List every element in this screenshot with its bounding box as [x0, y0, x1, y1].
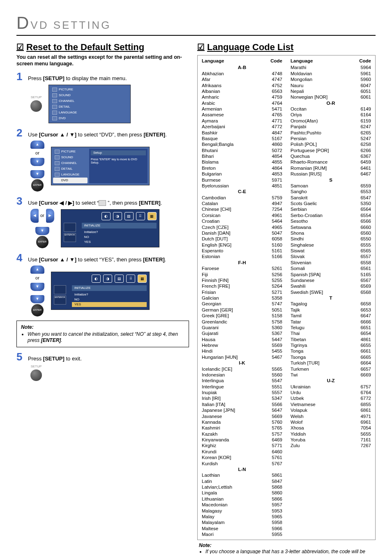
lang-name: Fiji	[202, 272, 208, 277]
lang-name: Albanian	[202, 88, 220, 94]
lang-code: 6461	[360, 165, 371, 171]
lang-code: 5958	[272, 519, 282, 525]
lang-row: Tibetan4861	[291, 337, 371, 342]
lang-name: Danish [DAN]	[202, 230, 231, 236]
lang-header-code: Code	[359, 58, 371, 64]
lang-name: Tibetan	[291, 337, 306, 342]
section-subtitle: You can reset all the settings except fo…	[16, 54, 189, 67]
osd-enterok-icon: ENTER/OK	[64, 233, 76, 242]
lang-name: Thai	[291, 330, 300, 336]
lang-section-label: S	[291, 177, 371, 183]
lang-row: Bihari4854	[202, 153, 282, 159]
page-header: DVD SETTING	[16, 12, 376, 36]
step-number: 2	[16, 127, 24, 138]
lang-code: 5072	[272, 148, 282, 153]
lang-name: Singhalese	[291, 242, 314, 248]
osd-menu-item: CHANNEL	[53, 160, 88, 166]
osd-item-label: CHANNEL	[59, 99, 74, 103]
lang-row: Indonesian5560	[202, 372, 282, 378]
lang-code: 4864	[272, 165, 282, 171]
lang-name: Yiddish	[291, 431, 306, 437]
lang-code: 6459	[360, 159, 371, 165]
lang-name: Swedish [SWE]	[291, 289, 323, 295]
lang-row: Yoruba7161	[291, 437, 371, 443]
lang-name: Ukrainian	[291, 384, 311, 390]
lang-row: Uzbek6772	[291, 395, 371, 401]
osd-initialize-yes: ◐ ◑ ▤ ⠿ ▦ ENTER/OK INITIALIZE Initialize…	[51, 272, 150, 310]
setup-label: SETUP	[31, 95, 42, 99]
lang-code: 5358	[272, 295, 282, 301]
note-item: If you choose a language that has a 3-le…	[205, 549, 374, 554]
lang-name: Oromo(Afan)	[291, 118, 318, 124]
lang-name: Javanese	[202, 413, 222, 419]
lang-name: Oriya	[291, 112, 302, 118]
lang-name: Hausa	[202, 337, 215, 342]
step-text: Use [Cursor ▲ / ▼] to select “DVD”, then…	[28, 129, 189, 138]
t: Press	[28, 355, 43, 362]
lang-code: 6657	[360, 366, 371, 372]
osd-tab-icon: ▤	[125, 212, 134, 220]
lang-row: Bislama4855	[202, 159, 282, 165]
osd-menu-item: DVD	[51, 115, 129, 121]
lang-name: Cambodian	[202, 195, 226, 201]
lang-code: 4847	[272, 130, 282, 136]
lang-name: Persian	[291, 136, 307, 141]
circle-icon	[30, 369, 42, 381]
lang-name: Sindhi	[291, 236, 304, 242]
lang-name: Nepali	[291, 88, 304, 94]
lang-name: Japanese [JPN]	[202, 407, 235, 413]
lang-code: 4965	[272, 224, 282, 230]
lang-code: 5971	[272, 177, 282, 183]
step-5-media: SETUP	[30, 365, 189, 382]
lang-code: 5771	[272, 443, 282, 448]
lang-row: Polish [POL]6258	[291, 141, 371, 147]
lang-name: Corsican	[202, 212, 220, 218]
lang-code: 4764	[272, 100, 282, 106]
step-4: 4 Use [Cursor ▲ / ▼] to select “YES”, th…	[16, 252, 189, 263]
lang-code: 5255	[272, 277, 282, 283]
lang-name: Kashmiri	[202, 425, 220, 431]
lang-code: 5167	[272, 136, 282, 141]
lang-row: Hebrew5569	[202, 342, 282, 348]
osd-item-label: SOUND	[61, 155, 73, 159]
cursor-right-icon: ▶	[46, 209, 54, 223]
lang-code: 4861	[360, 337, 371, 342]
step-number: 4	[16, 252, 24, 263]
osd-tab-icon-selected: ▦	[148, 212, 157, 220]
lang-code: 4851	[272, 183, 282, 189]
t: Use	[28, 200, 39, 206]
lang-row: Kashmiri5765	[202, 425, 282, 431]
lang-code: 6247	[360, 124, 371, 129]
lang-row: French [FRE]5264	[202, 283, 282, 289]
lang-code: 5264	[272, 283, 282, 289]
osd-item-label: SOUND	[59, 93, 71, 97]
lang-row: Oromo(Afan)6159	[291, 118, 371, 124]
lang-name: Lingala	[202, 490, 217, 496]
lang-name: Urdu	[291, 390, 301, 395]
lang-name: Guarani	[202, 325, 219, 330]
lang-row: Kirghiz5771	[202, 443, 282, 448]
lang-code: 5960	[360, 76, 371, 82]
lang-row: Italian [ITA]5566	[202, 402, 282, 407]
or-label: or	[40, 213, 44, 219]
lang-code: 6550	[360, 236, 371, 242]
lang-code: 5166	[272, 254, 282, 259]
step-number: 3	[16, 196, 24, 206]
lang-row: Spanish [SPA]5165	[291, 272, 371, 277]
lang-name: Armenian	[202, 106, 222, 112]
lang-code: 5761	[272, 455, 282, 460]
lang-row: Aymara4771	[202, 118, 282, 124]
lang-code: 6555	[360, 242, 371, 248]
lang-name: Interlingua	[202, 378, 224, 383]
lang-name: English [ENG]	[202, 242, 231, 248]
t: Press	[28, 75, 43, 81]
lang-code: 6469	[272, 437, 282, 443]
lang-name: Greek [GRE]	[202, 313, 229, 319]
lang-row: Volapuk6861	[291, 407, 371, 413]
enter-button-icon: ENTER	[31, 179, 44, 192]
t: to display the main menu.	[65, 75, 127, 81]
osd-item-icon	[52, 116, 57, 120]
lang-name: Finnish [FIN]	[202, 277, 228, 283]
lang-row: Gujarati5367	[202, 330, 282, 336]
t: .	[161, 200, 162, 206]
